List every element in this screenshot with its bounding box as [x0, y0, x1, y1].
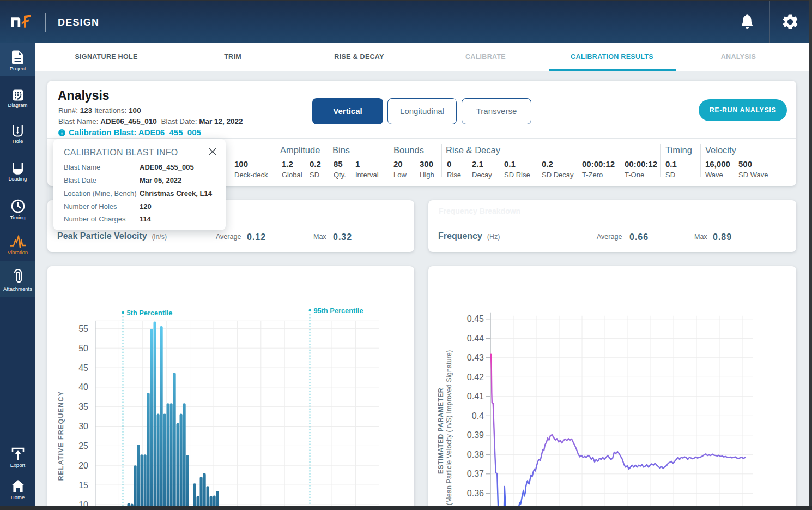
svg-text:50: 50: [78, 344, 88, 353]
svg-text:20: 20: [78, 461, 88, 470]
svg-text:0.38: 0.38: [467, 450, 484, 459]
svg-text:15: 15: [78, 481, 88, 490]
svg-text:0.39: 0.39: [467, 430, 484, 440]
svg-text:ESTIMATED PARAMETER: ESTIMATED PARAMETER: [437, 388, 445, 474]
svg-text:25: 25: [78, 441, 88, 451]
svg-text:5th Percentile: 5th Percentile: [127, 309, 173, 317]
svg-text:55: 55: [78, 324, 88, 333]
svg-text:0.36: 0.36: [467, 489, 484, 498]
svg-text:0.41: 0.41: [467, 392, 484, 401]
svg-text:40: 40: [78, 382, 88, 392]
svg-text:30: 30: [78, 422, 88, 431]
svg-text:0.4: 0.4: [472, 411, 484, 421]
svg-text:0.43: 0.43: [467, 353, 484, 362]
svg-text:RELATIVE FREQUENCY: RELATIVE FREQUENCY: [57, 391, 65, 481]
svg-text:0.37: 0.37: [467, 469, 484, 478]
svg-text:(Mean Particle Velocity (In/S): (Mean Particle Velocity (In/S) Improved …: [445, 350, 453, 506]
svg-text:0.42: 0.42: [467, 373, 484, 382]
svg-text:95th Percentile: 95th Percentile: [314, 307, 363, 315]
svg-text:0.44: 0.44: [467, 334, 484, 343]
svg-text:0.45: 0.45: [467, 314, 484, 323]
svg-text:35: 35: [78, 402, 88, 411]
svg-text:45: 45: [78, 363, 88, 373]
